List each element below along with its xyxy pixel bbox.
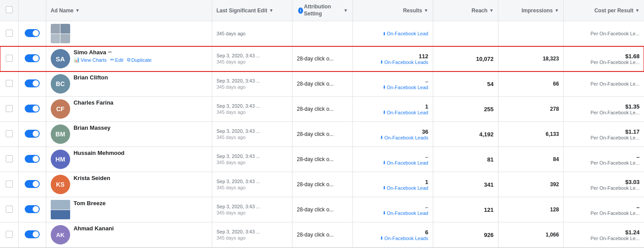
ad-name-label: Tom Breeze xyxy=(74,200,106,207)
row-toggle-cell[interactable] xyxy=(19,46,46,71)
row-check-cell[interactable] xyxy=(0,147,19,172)
header-edit[interactable]: Last Significant Edit ▼ xyxy=(212,0,292,21)
ad-thumbnail: AK xyxy=(51,225,70,244)
impressions-number: 66 xyxy=(553,81,559,87)
download-icon: ⬇ xyxy=(382,185,386,190)
duplicate-button[interactable]: ⧉ Duplicate xyxy=(127,57,152,63)
row-check-cell[interactable] xyxy=(0,97,19,122)
row-checkbox[interactable] xyxy=(6,55,13,62)
row-checkbox[interactable] xyxy=(6,105,13,112)
row-check-cell[interactable] xyxy=(0,71,19,97)
row-toggle[interactable] xyxy=(25,180,40,188)
header-results[interactable]: Results ▼ xyxy=(352,0,433,21)
result-type-label: On-Facebook Lead xyxy=(387,31,428,36)
ad-thumbnail: KS xyxy=(51,175,70,194)
row-attribution-cell: 28-day click o... xyxy=(292,71,352,97)
header-cost[interactable]: Cost per Result ▼ xyxy=(564,0,644,21)
ads-table: Ad Name ▼ Last Significant Edit ▼ i Attr… xyxy=(0,0,644,248)
impressions-sort-icon[interactable]: ▼ xyxy=(554,8,559,13)
header-impressions[interactable]: Impressions ▼ xyxy=(498,0,564,21)
row-toggle[interactable] xyxy=(25,155,40,163)
result-type: ⬇On-Facebook Lead xyxy=(357,210,428,216)
row-check-cell[interactable] xyxy=(0,122,19,147)
row-impressions-cell: 84 xyxy=(498,147,564,172)
results-sort-icon[interactable]: ▼ xyxy=(424,8,428,13)
row-toggle-cell[interactable] xyxy=(19,97,46,122)
result-number: 112 xyxy=(357,53,428,60)
row-toggle-cell[interactable] xyxy=(19,71,46,97)
cost-sort-icon[interactable]: ▼ xyxy=(635,8,640,13)
download-icon: ⬇ xyxy=(380,60,383,64)
row-toggle[interactable] xyxy=(25,105,40,113)
row-toggle-cell[interactable] xyxy=(19,197,46,222)
header-adname[interactable]: Ad Name ▼ xyxy=(46,0,212,21)
edit-sort-icon[interactable]: ▼ xyxy=(269,8,273,13)
row-toggle[interactable] xyxy=(25,79,40,87)
row-checkbox[interactable] xyxy=(6,231,13,238)
result-type-label: On-Facebook Lead xyxy=(387,210,428,216)
row-toggle-cell[interactable] xyxy=(19,122,46,147)
download-icon: ⬇ xyxy=(382,110,386,115)
ad-name-edit-icon[interactable]: ✏ xyxy=(108,49,112,55)
result-type-label: On-Facebook Lead xyxy=(387,160,428,165)
header-reach[interactable]: Reach ▼ xyxy=(433,0,498,21)
edit-date-primary: Sep 3, 2020, 3:43 ... xyxy=(217,128,260,134)
cost-sub-label: Per On-Facebook Le... xyxy=(568,31,640,36)
row-checkbox[interactable] xyxy=(6,30,13,37)
result-number: 6 xyxy=(357,229,428,236)
row-toggle-cell[interactable] xyxy=(19,21,46,46)
row-checkbox[interactable] xyxy=(6,206,13,213)
row-toggle-cell[interactable] xyxy=(19,222,46,248)
row-check-cell[interactable] xyxy=(0,197,19,222)
reach-number: 54 xyxy=(438,81,494,87)
row-edit-cell: Sep 3, 2020, 3:43 ...345 days ago xyxy=(212,172,292,197)
reach-header-label: Reach xyxy=(472,8,487,14)
header-attribution[interactable]: i Attribution Setting ▼ xyxy=(292,0,352,21)
row-attribution-cell: 28-day click o... xyxy=(292,122,352,147)
result-type[interactable]: ⬇On-Facebook Leads xyxy=(357,60,428,65)
header-toggle xyxy=(19,0,46,21)
table-row: BMBrian MasseySep 3, 2020, 3:43 ...345 d… xyxy=(0,122,644,147)
row-checkbox[interactable] xyxy=(6,130,13,137)
ad-name-label: Simo Ahava xyxy=(74,49,106,56)
row-checkbox[interactable] xyxy=(6,155,13,162)
select-all-checkbox[interactable] xyxy=(6,6,13,13)
adname-sort-icon[interactable]: ▼ xyxy=(75,8,80,13)
ad-thumbnail: SA xyxy=(51,49,70,68)
row-impressions-cell: 1,066 xyxy=(498,222,564,248)
attribution-sort-icon[interactable]: ▼ xyxy=(344,8,348,13)
impressions-number: 6,133 xyxy=(546,131,559,137)
header-check[interactable] xyxy=(0,0,19,21)
result-type: ⬇On-Facebook Lead xyxy=(357,110,428,115)
impressions-number: 278 xyxy=(550,106,559,112)
row-toggle-cell[interactable] xyxy=(19,147,46,172)
attribution-value: 28-day click o... xyxy=(297,81,333,87)
attribution-info-icon[interactable]: i xyxy=(298,8,303,14)
row-toggle-cell[interactable] xyxy=(19,172,46,197)
reach-sort-icon[interactable]: ▼ xyxy=(489,8,494,13)
ad-name-label: Charles Farina xyxy=(74,99,113,106)
row-check-cell[interactable] xyxy=(0,222,19,248)
view-charts-button[interactable]: 📊 View Charts xyxy=(74,57,107,63)
row-toggle[interactable] xyxy=(25,54,40,62)
row-check-cell[interactable] xyxy=(0,46,19,71)
row-toggle[interactable] xyxy=(25,29,40,37)
download-icon: ⬇ xyxy=(380,236,383,240)
row-impressions-cell: 18,323 xyxy=(498,46,564,71)
row-check-cell[interactable] xyxy=(0,21,19,46)
download-icon: ⬇ xyxy=(382,160,386,165)
impressions-number: 18,323 xyxy=(543,56,559,62)
row-toggle[interactable] xyxy=(25,130,40,138)
row-check-cell[interactable] xyxy=(0,172,19,197)
row-toggle[interactable] xyxy=(25,230,40,238)
table-body: 345 days ago⬇On-Facebook LeadPer On-Face… xyxy=(0,21,644,248)
row-toggle[interactable] xyxy=(25,205,40,213)
row-checkbox[interactable] xyxy=(6,80,13,87)
row-checkbox[interactable] xyxy=(6,180,13,188)
row-adname-cell: CFCharles Farina xyxy=(46,97,212,122)
edit-button[interactable]: ✏ Edit xyxy=(110,57,124,63)
row-cost-cell: $1.35Per On-Facebook Le... xyxy=(564,97,644,122)
reach-number: 10,072 xyxy=(438,56,494,62)
row-adname-cell: Tom Breeze xyxy=(46,197,212,222)
row-impressions-cell: 66 xyxy=(498,71,564,97)
